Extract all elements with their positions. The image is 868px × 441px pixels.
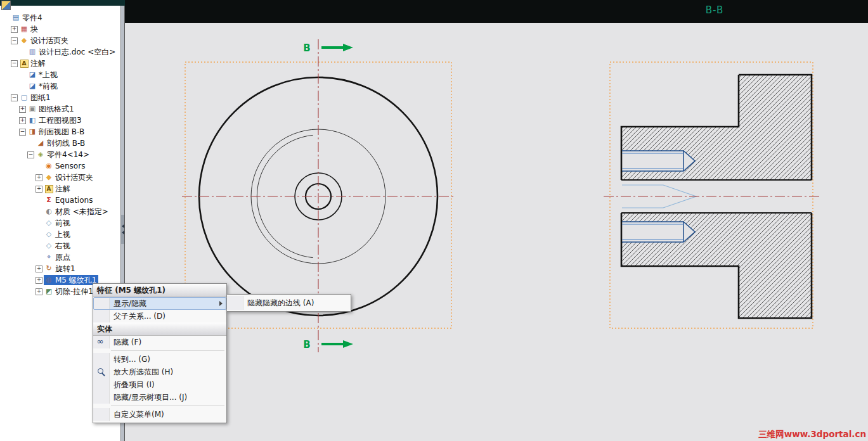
menu-item-collapse-items[interactable]: 折叠项目 (I) [93,378,226,391]
tree-item-design-journal[interactable]: 设计日志.doc <空白> [0,46,120,58]
tree-item-label: 上视 [55,229,70,240]
watermark: 三维网www.3dportal.cn [758,429,866,439]
tree-item-front-view-orient[interactable]: *前视 [0,80,120,92]
equations-icon [44,196,53,205]
tree-item-part4-14[interactable]: −零件4<14> [0,149,120,160]
tree-item-label: 块 [30,23,38,35]
tree-item-annotations[interactable]: −注解 [0,58,120,69]
expand-toggle[interactable]: − [27,151,34,158]
view-orient-icon [28,82,37,91]
tree-item-origin[interactable]: 原点 [0,252,120,263]
out-of-sheet-band [125,0,868,23]
tree-item-label: 零件4<14> [47,149,89,160]
submenu-item-hide-hidden-edges[interactable]: 隐藏隐藏的边线 (A) [227,296,351,310]
view-orient-icon [28,70,37,79]
tree-item-front-plane[interactable]: 前视 [0,217,120,229]
menu-icon-cell [93,310,110,323]
drawing-area[interactable]: B-B B B [125,0,868,441]
solidworks-window: 零件4+块−设计活页夹设计日志.doc <空白>−注解*上视*前视−图纸1+图纸… [0,0,868,441]
plane-icon [44,219,53,227]
expand-toggle[interactable]: + [19,117,26,124]
doc-icon [28,48,37,56]
expand-toggle[interactable]: − [11,60,18,67]
menu-item-show-hide[interactable]: 显示/隐藏 [93,297,226,310]
tree-item-label: 零件4 [22,12,42,23]
tree-item-section-view-bb[interactable]: −剖面视图 B-B [0,126,120,137]
tree-item-drawing-view3[interactable]: +工程图视图3 [0,115,120,126]
drawing-doc-icon [11,13,20,22]
tree-item-label: 材质 <未指定> [55,206,108,217]
binder-icon [20,36,29,45]
expand-toggle[interactable]: − [11,94,18,101]
menu-item-zoom-to-selection[interactable]: 放大所选范围 (H) [93,366,226,378]
tree-item-right-plane[interactable]: 右视 [0,240,120,252]
tree-item-sensors[interactable]: Sensors [0,160,120,172]
tree-item-label: 图纸格式1 [39,103,74,115]
tree-item-top-plane[interactable]: 上视 [0,229,120,240]
tree-item-annotations-2[interactable]: +注解 [0,183,120,195]
annotations-icon [20,59,29,68]
tree-item-revolve1[interactable]: +旋转1 [0,263,120,274]
menu-item-label: 放大所选范围 (H) [110,367,173,378]
tree-item-top-view-orient[interactable]: *上视 [0,69,120,80]
menu-item-parent-child[interactable]: 父子关系... (D) [93,310,226,323]
magnify-icon [93,366,110,378]
tree-item-design-binder-2[interactable]: +设计活页夹 [0,172,120,183]
material-icon [44,207,53,216]
menu-section-solid-header: 实体 [93,323,226,336]
plane-icon [44,241,53,250]
tree-item-sheet1[interactable]: −图纸1 [0,92,120,103]
tree-item-label: 前视 [55,217,70,229]
origin-icon [44,253,53,262]
tree-item-part4-root[interactable]: 零件4 [0,12,120,23]
tree-item-section-line-bb[interactable]: 剖切线 B-B [0,137,120,149]
menu-item-customize-menu[interactable]: 自定义菜单(M) [93,408,226,421]
expand-toggle[interactable]: + [36,277,42,284]
menu-separator [111,406,224,406]
section-arrowhead-top [343,44,353,51]
menu-icon-cell [93,378,110,391]
menu-item-label: 折叠项目 (I) [110,380,155,390]
menu-item-label: 显示/隐藏 [110,298,146,309]
menu-item-label: 隐藏/显示树项目... (J) [110,392,187,403]
tree-item-sheet-format1[interactable]: +图纸格式1 [0,103,120,115]
section-marker-bottom: B [303,339,310,350]
tree-item-label: M5 螺纹孔1 [55,274,96,286]
tree-item-label: Sensors [55,160,85,172]
drawing-view-icon [28,116,37,125]
drawing-canvas[interactable]: B-B B B [125,0,868,441]
menu-icon-cell [93,297,110,310]
section-view-bb-drawing[interactable] [604,75,822,318]
tree-item-block[interactable]: +块 [0,23,120,35]
expand-toggle[interactable]: + [19,106,26,113]
expand-toggle[interactable]: − [19,129,26,136]
menu-icon-cell [93,391,110,404]
tree-item-material[interactable]: 材质 <未指定> [0,206,120,217]
expand-toggle[interactable]: + [11,26,18,33]
expand-toggle[interactable]: + [36,288,42,295]
section-arrowhead-bottom [343,340,353,348]
tree-item-label: 工程图视图3 [39,115,82,126]
featuremanager-tab-icon[interactable] [1,1,11,10]
tree-item-equations[interactable]: Equations [0,195,120,206]
menu-item-hide[interactable]: 隐藏 (F) [93,336,226,348]
tree-item-label: 切除-拉伸1 [55,286,93,297]
tree-item-label: 剖切线 B-B [47,137,85,149]
expand-toggle[interactable]: + [36,186,42,193]
tree-item-label: Equations [55,195,93,206]
expand-toggle[interactable]: − [11,37,18,44]
menu-item-hide-show-tree-items[interactable]: 隐藏/显示树项目... (J) [93,391,226,404]
splitter-handle[interactable] [121,215,124,244]
tree-item-label: 剖面视图 B-B [39,126,84,137]
menu-item-go-to[interactable]: 转到... (G) [93,353,226,366]
tree-item-label: 旋转1 [55,263,75,274]
tree-item-label: 设计活页夹 [55,172,93,183]
tree-item-design-binder[interactable]: −设计活页夹 [0,35,120,46]
binder-icon [44,173,53,182]
revolve-icon [44,264,53,273]
expand-toggle[interactable]: + [36,174,42,181]
section-marker-top: B [303,42,310,54]
sheet-icon [20,93,29,102]
section-view-icon [28,127,37,136]
expand-toggle[interactable]: + [36,265,42,272]
